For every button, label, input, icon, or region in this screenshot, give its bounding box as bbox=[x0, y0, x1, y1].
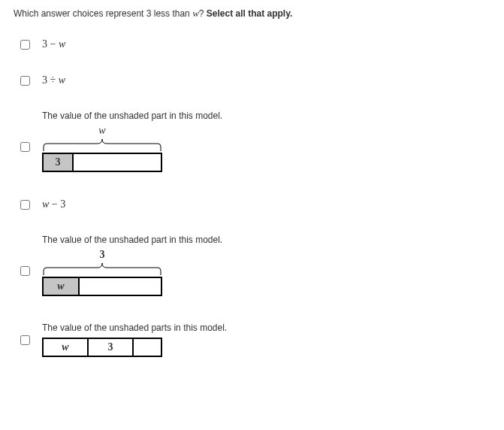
choice-e-brace-label: 3 bbox=[42, 250, 162, 260]
choice-c-brace-label: w bbox=[42, 126, 162, 136]
choice-f: The value of the unshaded parts in this … bbox=[14, 322, 490, 357]
choice-e-bar: w bbox=[42, 277, 162, 296]
choice-d-checkbox[interactable] bbox=[20, 200, 30, 210]
brace-icon bbox=[42, 136, 162, 153]
choice-f-cell3 bbox=[134, 339, 161, 356]
choice-e-cell-unshaded bbox=[80, 278, 161, 295]
choice-c-cell-unshaded bbox=[74, 154, 161, 171]
choice-c-model: w 3 bbox=[42, 126, 490, 183]
choice-d-expr: w − 3 bbox=[42, 198, 65, 210]
choice-d: w − 3 bbox=[14, 198, 490, 210]
choice-f-desc: The value of the unshaded parts in this … bbox=[42, 322, 490, 333]
choice-e: The value of the unshaded part in this m… bbox=[14, 235, 490, 307]
choice-c-cell-shaded: 3 bbox=[44, 154, 74, 171]
choice-e-model: 3 w bbox=[42, 250, 490, 307]
choice-c-checkbox[interactable] bbox=[20, 142, 30, 152]
brace-icon bbox=[42, 260, 162, 277]
choice-f-cell1: w bbox=[44, 339, 89, 356]
choice-e-cell-shaded: w bbox=[44, 278, 80, 295]
choice-c: The value of the unshaded part in this m… bbox=[14, 111, 490, 183]
choice-b-checkbox[interactable] bbox=[20, 76, 30, 86]
choice-c-desc: The value of the unshaded part in this m… bbox=[42, 111, 490, 121]
choice-e-checkbox[interactable] bbox=[20, 266, 30, 276]
question-prefix: Which answer choices represent 3 less th… bbox=[14, 8, 192, 19]
question-instruction: Select all that apply. bbox=[207, 8, 292, 19]
choice-f-model: w 3 bbox=[42, 338, 490, 357]
question-var: w bbox=[192, 8, 199, 19]
choice-b: 3 ÷ w bbox=[14, 74, 490, 86]
question-prompt: Which answer choices represent 3 less th… bbox=[14, 8, 490, 20]
choice-a: 3 − w bbox=[14, 38, 490, 50]
choice-f-checkbox[interactable] bbox=[20, 335, 30, 345]
choice-b-expr: 3 ÷ w bbox=[42, 74, 65, 86]
question-suffix: ? bbox=[199, 8, 207, 19]
choice-a-expr: 3 − w bbox=[42, 38, 65, 50]
choice-e-desc: The value of the unshaded part in this m… bbox=[42, 235, 490, 245]
choice-f-cell2: 3 bbox=[89, 339, 134, 356]
choice-c-bar: 3 bbox=[42, 153, 162, 172]
choice-a-checkbox[interactable] bbox=[20, 40, 30, 50]
choice-f-bar: w 3 bbox=[42, 338, 162, 357]
